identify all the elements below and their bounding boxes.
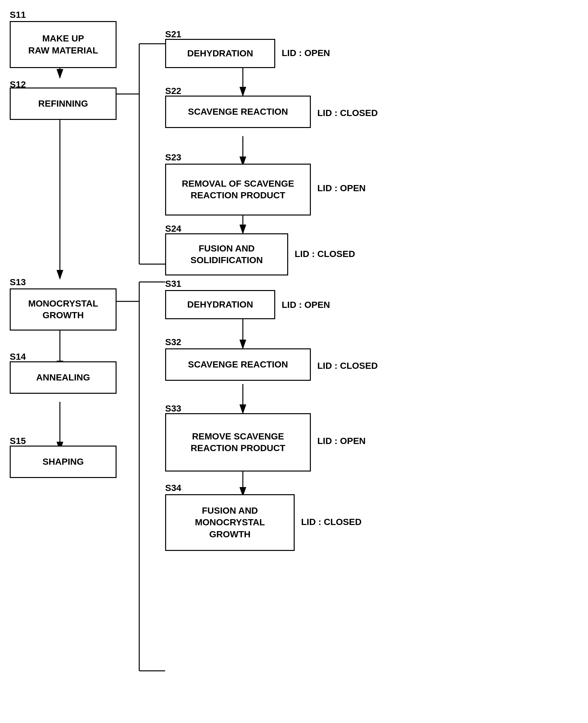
s13-label: S13 (10, 277, 26, 287)
s13-box: MONOCRYSTALGROWTH (10, 288, 117, 330)
s32-label: S32 (165, 337, 181, 347)
s31-box: DEHYDRATION (165, 290, 275, 319)
s23-lid: LID : OPEN (317, 183, 365, 194)
s11-label: S11 (10, 10, 26, 20)
s33-lid: LID : OPEN (317, 436, 365, 446)
s21-label: S21 (165, 29, 181, 40)
s11-box: MAKE UPRAW MATERIAL (10, 21, 117, 68)
s33-label: S33 (165, 403, 181, 414)
s23-box: REMOVAL OF SCAVENGEREACTION PRODUCT (165, 164, 311, 216)
s33-box: REMOVE SCAVENGEREACTION PRODUCT (165, 413, 311, 471)
s34-label: S34 (165, 483, 181, 493)
s21-lid: LID : OPEN (282, 48, 330, 58)
s14-label: S14 (10, 352, 26, 362)
s12-box: REFINNING (10, 87, 117, 120)
s15-box: SHAPING (10, 446, 117, 478)
s24-box: FUSION ANDSOLIDIFICATION (165, 233, 288, 276)
s34-lid: LID : CLOSED (301, 517, 362, 527)
s21-box: DEHYDRATION (165, 39, 275, 68)
s22-label: S22 (165, 86, 181, 96)
s31-lid: LID : OPEN (282, 300, 330, 310)
s22-box: SCAVENGE REACTION (165, 96, 311, 128)
s24-lid: LID : CLOSED (295, 249, 355, 259)
s24-label: S24 (165, 224, 181, 234)
s14-box: ANNEALING (10, 361, 117, 394)
s31-label: S31 (165, 279, 181, 289)
s23-label: S23 (165, 152, 181, 163)
s34-box: FUSION ANDMONOCRYSTALGROWTH (165, 494, 295, 551)
s22-lid: LID : CLOSED (317, 108, 378, 118)
s15-label: S15 (10, 436, 26, 446)
s32-box: SCAVENGE REACTION (165, 348, 311, 381)
s32-lid: LID : CLOSED (317, 361, 378, 371)
